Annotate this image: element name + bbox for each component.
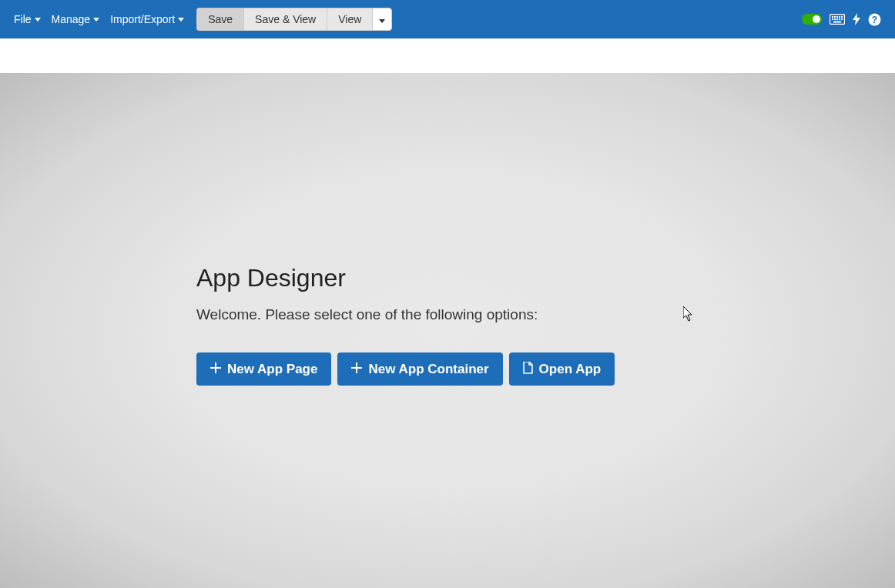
secondary-bar <box>0 38 895 73</box>
plus-icon <box>351 362 362 376</box>
keyboard-icon[interactable] <box>830 14 845 25</box>
svg-rect-11 <box>833 22 841 23</box>
main-area: App Designer Welcome. Please select one … <box>0 73 895 588</box>
manage-menu-label: Manage <box>52 13 91 25</box>
new-app-container-button[interactable]: New App Container <box>337 352 502 386</box>
svg-rect-6 <box>832 18 833 20</box>
new-app-page-label: New App Page <box>227 362 317 376</box>
save-view-button[interactable]: Save & View <box>243 8 327 31</box>
view-dropdown-toggle[interactable] <box>372 8 392 31</box>
manage-menu[interactable]: Manage <box>52 13 100 25</box>
save-button[interactable]: Save <box>196 8 243 31</box>
auto-save-toggle[interactable] <box>802 14 822 25</box>
svg-rect-4 <box>839 16 840 18</box>
svg-rect-7 <box>834 18 836 20</box>
caret-down-icon <box>35 18 41 22</box>
plus-icon <box>210 362 221 376</box>
svg-rect-2 <box>834 16 836 18</box>
page-subtitle: Welcome. Please select one of the follow… <box>196 306 615 323</box>
file-menu-label: File <box>14 13 32 25</box>
toolbar-right: ? <box>802 13 881 26</box>
svg-rect-9 <box>839 18 840 20</box>
import-export-menu-label: Import/Export <box>110 13 175 25</box>
svg-text:?: ? <box>872 14 877 25</box>
toolbar-menu: File Manage Import/Export <box>14 13 184 25</box>
svg-rect-3 <box>836 16 838 18</box>
open-app-button[interactable]: Open App <box>509 352 615 386</box>
welcome-panel: App Designer Welcome. Please select one … <box>196 264 615 386</box>
page-title: App Designer <box>196 264 615 292</box>
caret-down-icon <box>379 13 385 25</box>
cursor-icon <box>683 306 694 325</box>
file-icon <box>523 362 533 376</box>
svg-rect-5 <box>841 16 843 18</box>
new-app-page-button[interactable]: New App Page <box>196 352 331 386</box>
svg-rect-10 <box>841 18 843 20</box>
svg-rect-8 <box>836 18 838 20</box>
svg-rect-1 <box>832 16 833 18</box>
lightning-icon[interactable] <box>853 13 860 25</box>
import-export-menu[interactable]: Import/Export <box>110 13 184 25</box>
toolbar: File Manage Import/Export Save Save & Vi… <box>0 0 895 38</box>
open-app-label: Open App <box>539 362 602 376</box>
save-view-button-group: Save Save & View View <box>196 8 392 31</box>
new-app-container-label: New App Container <box>368 362 488 376</box>
file-menu[interactable]: File <box>14 13 41 25</box>
caret-down-icon <box>93 18 99 22</box>
caret-down-icon <box>178 18 184 22</box>
view-button[interactable]: View <box>327 8 372 31</box>
action-buttons: New App Page New App Container Open App <box>196 352 615 386</box>
help-icon[interactable]: ? <box>868 13 881 26</box>
